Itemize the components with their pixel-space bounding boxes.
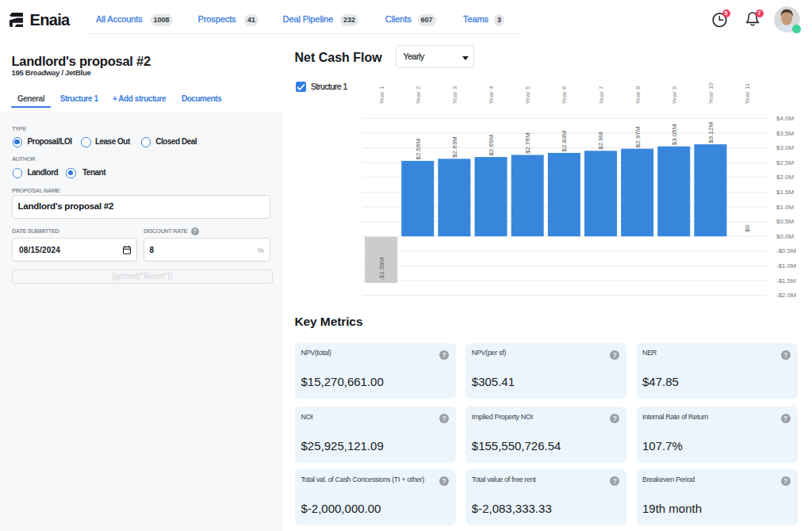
- svg-text:Year 3: Year 3: [451, 86, 458, 104]
- svg-text:-$1.5M: -$1.5M: [776, 277, 796, 285]
- svg-text:$2.83M: $2.83M: [561, 130, 568, 151]
- svg-text:Year 1: Year 1: [378, 86, 385, 104]
- svg-text:-$1.0M: -$1.0M: [776, 262, 796, 269]
- svg-text:$1.5M: $1.5M: [776, 189, 795, 196]
- svg-text:-$1.58M: -$1.58M: [378, 257, 385, 281]
- svg-text:Year 8: Year 8: [634, 86, 642, 104]
- svg-text:Year 5: Year 5: [524, 86, 531, 104]
- svg-text:$1.0M: $1.0M: [776, 204, 795, 211]
- svg-text:Year 10: Year 10: [707, 82, 714, 105]
- svg-text:$0: $0: [744, 224, 751, 231]
- svg-text:$2.0M: $2.0M: [776, 174, 795, 181]
- svg-text:Year 9: Year 9: [671, 86, 678, 104]
- svg-text:$3.0M: $3.0M: [776, 144, 795, 151]
- svg-text:$2.69M: $2.69M: [488, 135, 495, 156]
- svg-text:Year 11: Year 11: [744, 82, 751, 104]
- svg-text:-$0.5M: -$0.5M: [776, 247, 796, 254]
- svg-text:$3.5M: $3.5M: [776, 130, 795, 137]
- svg-text:$3.12M: $3.12M: [707, 122, 714, 143]
- svg-text:$2.9M: $2.9M: [597, 132, 604, 150]
- svg-text:Year 7: Year 7: [598, 86, 605, 104]
- svg-text:Year 2: Year 2: [415, 86, 422, 104]
- svg-text:$2.5M: $2.5M: [776, 159, 795, 166]
- svg-text:Year 4: Year 4: [488, 86, 495, 104]
- svg-text:-$2.0M: -$2.0M: [776, 292, 796, 299]
- svg-text:$2.97M: $2.97M: [634, 126, 642, 147]
- svg-text:$0.0M: $0.0M: [776, 233, 795, 240]
- svg-text:$4.0M: $4.0M: [776, 115, 795, 122]
- svg-text:Year 6: Year 6: [561, 86, 568, 104]
- svg-text:$3.05M: $3.05M: [671, 124, 678, 145]
- svg-text:$2.76M: $2.76M: [524, 132, 531, 154]
- svg-text:$0.5M: $0.5M: [776, 218, 795, 225]
- svg-text:$2.56M: $2.56M: [415, 138, 422, 159]
- svg-text:$2.63M: $2.63M: [451, 136, 458, 158]
